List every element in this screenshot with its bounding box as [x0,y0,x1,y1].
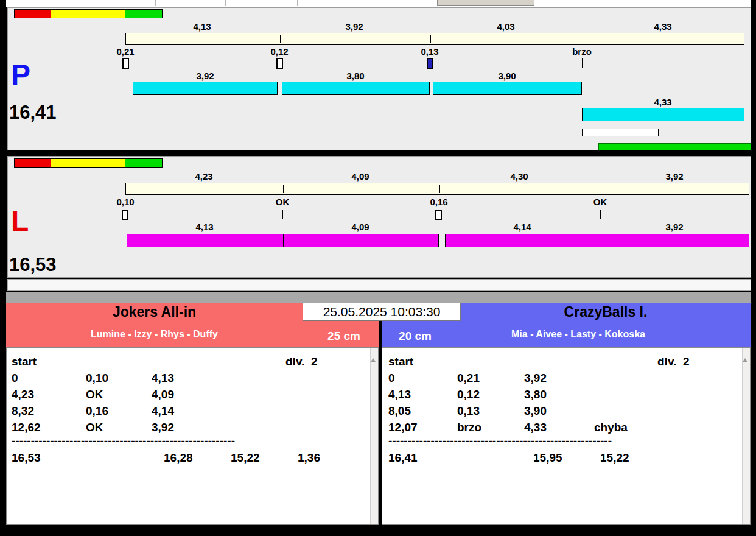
total-time: 16,41 [388,451,418,465]
section-divider-band [6,292,751,303]
left-team-handicap: 25 cm [313,330,374,343]
table-cell: 0,13 [457,404,480,418]
exchange-marker-box [122,58,129,69]
l-runner-time: 3,92 [641,222,708,232]
scroll-up-arrow-icon[interactable] [743,348,747,362]
left-team-members: Lumine - Izzy - Rhys - Duffy [6,329,303,340]
scale-yellow-segment [51,158,88,168]
segment-divider [601,234,601,247]
p-exchange-mark: 0,13 [396,46,463,57]
lane-p-panel: 4,13 3,92 4,03 4,33 0,21 0,12 0,13 brzo … [7,7,751,150]
segment-divider [280,35,281,43]
total-net-time: 16,28 [164,451,193,465]
table-cell: 3,92 [524,372,547,385]
l-runner-bar [445,234,749,247]
table-header-start: start [388,355,413,368]
total-net-time: 15,95 [533,451,562,465]
scroll-up-arrow-icon[interactable] [371,348,376,362]
scale-yellow-segment [88,158,125,168]
l-exchange-mark: 0,10 [92,197,159,207]
exchange-marker-line [582,58,583,68]
l-exchange-mark: 0,16 [405,197,472,207]
p-runner-bar-last [582,108,744,121]
tab-separator [225,0,226,6]
table-cell: 0 [388,372,395,385]
segment-divider [430,35,431,43]
tab-separator [155,0,156,6]
total-record: 15,22 [600,451,629,465]
scale-yellow-segment [51,9,88,18]
scale-green-segment [125,9,163,18]
table-cell: 0,12 [457,388,480,401]
scale-red-segment [14,9,51,18]
table-cell: 0,10 [86,372,108,385]
segment-divider [439,185,440,193]
table-cell: 4,09 [152,388,174,401]
p-runner-time: 3,80 [322,71,389,81]
table-cell: 0,21 [457,372,480,385]
timing-app-window: 4,13 3,92 4,03 4,33 0,21 0,12 0,13 brzo … [0,0,756,536]
l-runner-time: 4,09 [327,222,394,232]
l-runner-time: 4,14 [489,222,556,232]
table-cell: 3,80 [524,388,547,401]
exchange-marker-line [282,210,283,219]
lane-separator [6,150,751,155]
exchange-marker-box [276,58,283,69]
left-results-panel[interactable]: start div. 2 0 0,10 4,13 4,23 OK 4,09 8,… [6,347,379,525]
tab-separator [297,0,298,6]
table-cell: chyba [594,421,628,434]
empty-status-strip [7,279,751,291]
right-team-members: Mia - Aivee - Lasty - Kokoska [433,329,723,340]
table-cell: 4,33 [524,421,547,434]
status-scale [14,158,163,168]
lane-p-label: P [11,60,30,90]
table-cell: OK [86,421,103,434]
toolbar-button-fragment[interactable] [437,0,534,6]
exchange-marker-box [435,210,442,220]
p-exchange-mark: 0,12 [246,46,313,57]
p-segment-time: 4,03 [472,21,539,32]
table-separator: ----------------------------------------… [388,434,612,448]
table-cell: 12,62 [12,421,41,434]
exchange-marker-line [600,210,601,219]
segment-divider [601,185,601,193]
table-separator: ----------------------------------------… [12,434,235,448]
exchange-marker-box [122,210,128,220]
p-exchange-mark: 0,21 [92,46,159,57]
l-total-timeline-bar [125,183,749,195]
segment-divider [583,35,583,43]
scrollbar[interactable] [742,348,750,524]
left-team-name: Jokers All-in [6,304,303,320]
table-cell: 0,16 [86,404,108,418]
p-total-timeline-bar [125,33,744,45]
l-exchange-mark: OK [567,197,634,207]
table-cell: 0 [12,372,18,385]
segment-divider [283,185,284,193]
p-last-runner-time: 4,33 [629,97,696,107]
p-finish-bar [598,143,751,150]
lane-l-label: L [11,206,29,236]
scale-yellow-segment [88,9,125,18]
p-segment-time: 4,33 [629,21,696,32]
table-cell: 4,13 [388,388,411,401]
total-record: 15,22 [231,451,260,465]
segment-divider [283,234,284,247]
scale-red-segment [14,158,51,168]
l-segment-time: 4,09 [327,171,394,182]
p-runner-bar [133,82,278,95]
right-results-panel[interactable]: start div. 2 0 0,21 3,92 4,13 0,12 3,80 … [382,347,751,525]
tab-separator [369,0,369,6]
l-exchange-mark: OK [249,197,316,207]
l-segment-time: 4,23 [170,171,237,182]
total-diff: 1,36 [298,451,320,465]
table-header-div: div. 2 [285,355,317,368]
exchange-marker-box-active [427,58,433,69]
table-cell: 3,92 [152,421,174,434]
l-segment-time: 4,30 [486,171,553,182]
p-runner-bar [433,82,582,95]
scrollbar[interactable] [370,348,378,524]
l-segment-time: 3,92 [641,171,708,182]
table-cell: OK [86,388,103,401]
p-exchange-mark: brzo [548,46,615,57]
p-underline [8,127,751,127]
